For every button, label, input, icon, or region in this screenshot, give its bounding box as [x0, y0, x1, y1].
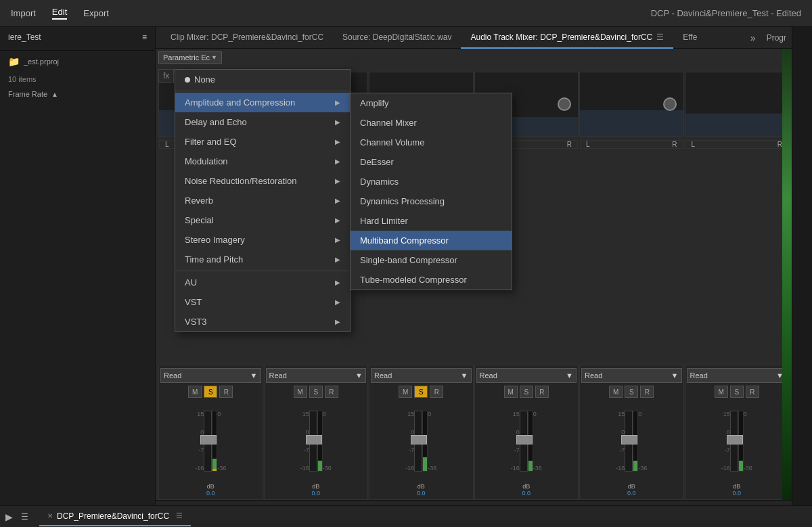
channel-zero-2: 0.0: [311, 490, 320, 497]
sidebar-title: iere_Test ≡: [8, 32, 147, 42]
fader-track-4[interactable]: [520, 411, 528, 472]
s-btn-3[interactable]: S: [414, 386, 428, 398]
s-btn-5[interactable]: S: [625, 386, 638, 398]
tab-prog[interactable]: Progr: [767, 33, 786, 43]
read-dropdown-3[interactable]: Read ▼: [371, 368, 472, 383]
fader-track-6[interactable]: [730, 411, 738, 472]
channel-strip-2: Read ▼ M S R 15 0 -7 -16: [264, 365, 369, 500]
fader-handle-3[interactable]: [411, 435, 427, 444]
s-btn-6[interactable]: S: [730, 386, 744, 398]
submenu-dynamics-processing[interactable]: Dynamics Processing: [351, 191, 512, 211]
sidebar-panel: iere_Test ≡: [0, 27, 155, 51]
m-btn-3[interactable]: M: [399, 386, 412, 398]
menu-import[interactable]: Import: [11, 8, 36, 18]
submenu-amplify[interactable]: Amplify: [351, 93, 512, 113]
zero-ch6: [685, 154, 790, 161]
read-dropdown-arrow-5: ▼: [671, 371, 679, 380]
bottom-tab-main[interactable]: ✕ DCP_Premiere&Davinci_forCC ☰: [39, 507, 191, 526]
submenu-deesser[interactable]: DeEsser: [351, 152, 512, 172]
read-dropdown-6[interactable]: Read ▼: [687, 368, 788, 383]
read-dropdown-4[interactable]: Read ▼: [476, 368, 577, 383]
m-btn-5[interactable]: M: [609, 386, 623, 398]
b-btn-5[interactable]: R: [640, 386, 654, 398]
fader-handle-4[interactable]: [516, 435, 533, 444]
tab-effects[interactable]: Effe: [673, 27, 706, 49]
dropdown-delay-echo[interactable]: Delay and Echo ▶: [175, 112, 350, 132]
zero-ch5: [579, 154, 684, 161]
fader-track-2[interactable]: [309, 411, 317, 472]
read-dropdown-2[interactable]: Read ▼: [266, 368, 367, 383]
dropdown-vst3[interactable]: VST3 ▶: [175, 312, 350, 331]
dropdown-none[interactable]: None: [175, 70, 350, 89]
dropdown-vst[interactable]: VST ▶: [175, 292, 350, 312]
fader-handle-6[interactable]: [727, 435, 743, 444]
app-title: DCP - Davinci&Premiere_Test - Edited: [651, 8, 801, 18]
channel-strip-5: Read ▼ M S R 15 0 -7 -16: [579, 365, 684, 500]
none-bullet: [185, 77, 190, 83]
parametric-eq-label[interactable]: Parametric Ec ▼: [158, 51, 222, 64]
wf-knob-5[interactable]: [663, 97, 677, 111]
dropdown-noise[interactable]: Noise Reduction/Restoration ▶: [175, 171, 350, 191]
dropdown-modulation[interactable]: Modulation ▶: [175, 152, 350, 171]
fader-area-4: 15 0 -7 -16 0 -36: [476, 400, 577, 482]
fader-handle-2[interactable]: [306, 435, 322, 444]
fader-area-2: 15 0 -7 -16 0 -36: [266, 400, 367, 482]
read-dropdown-1[interactable]: Read ▼: [160, 368, 261, 383]
fader-handle-1[interactable]: [200, 435, 217, 444]
dropdown-au[interactable]: AU ▶: [175, 273, 350, 292]
msb-buttons-1: M S R: [188, 386, 233, 398]
tab-source[interactable]: Source: DeepDigitalStatic.wav: [333, 27, 461, 49]
s-btn-2[interactable]: S: [309, 386, 323, 398]
scale-right-4: 0 -36: [533, 411, 545, 472]
bottom-tab-label: DCP_Premiere&Davinci_forCC: [57, 511, 169, 521]
submenu-hard-limiter[interactable]: Hard Limiter: [351, 211, 512, 231]
tab-expand-icon[interactable]: »: [745, 32, 761, 43]
bottom-tab-settings[interactable]: ☰: [176, 511, 183, 520]
wf-knob-4[interactable]: [558, 97, 571, 111]
fader-track-3[interactable]: [414, 411, 422, 472]
b-btn-2[interactable]: R: [325, 386, 338, 398]
dropdown-special[interactable]: Special ▶: [175, 210, 350, 230]
meter-fill-4: [528, 461, 533, 471]
sidebar-menu-icon[interactable]: ≡: [142, 32, 147, 42]
submenu-channel-mixer[interactable]: Channel Mixer: [351, 113, 512, 133]
msb-buttons-4: M S R: [504, 386, 549, 398]
b-btn-4[interactable]: R: [535, 386, 549, 398]
s-btn-1[interactable]: S: [204, 386, 217, 398]
media-btn-bottom[interactable]: ☰: [21, 512, 28, 522]
menu-edit[interactable]: Edit: [52, 7, 67, 20]
m-btn-6[interactable]: M: [715, 386, 728, 398]
submenu-single-band-compressor[interactable]: Single-band Compressor: [351, 250, 512, 270]
dropdown-filter-eq[interactable]: Filter and EQ ▶: [175, 132, 350, 152]
s-btn-4[interactable]: S: [520, 386, 533, 398]
tab-settings-icon[interactable]: ☰: [656, 32, 664, 42]
submenu-multiband-compressor[interactable]: Multiband Compressor: [351, 231, 512, 250]
fader-handle-5[interactable]: [621, 435, 637, 444]
submenu-tube-modeled-compressor[interactable]: Tube-modeled Compressor: [351, 270, 512, 290]
b-btn-3[interactable]: R: [430, 386, 443, 398]
submenu-dynamics[interactable]: Dynamics: [351, 172, 512, 191]
m-btn-4[interactable]: M: [504, 386, 518, 398]
db-label-4: dB: [522, 483, 530, 490]
db-label-1: dB: [207, 483, 215, 490]
tab-audio-track-mixer[interactable]: Audio Track Mixer: DCP_Premiere&Davinci_…: [461, 27, 673, 49]
tab-clip-mixer[interactable]: Clip Mixer: DCP_Premiere&Davinci_forCC: [161, 27, 333, 49]
param-eq-dropdown-arrow[interactable]: ▼: [211, 54, 217, 61]
bottom-tab-close[interactable]: ✕: [47, 512, 53, 520]
b-btn-6[interactable]: R: [746, 386, 759, 398]
dropdown-amplitude[interactable]: Amplitude and Compression ▶ Amplify Chan…: [175, 93, 350, 112]
b-btn-1[interactable]: R: [219, 386, 233, 398]
dropdown-time-pitch[interactable]: Time and Pitch ▶: [175, 250, 350, 269]
submenu-channel-volume[interactable]: Channel Volume: [351, 133, 512, 152]
read-dropdown-5[interactable]: Read ▼: [581, 368, 682, 383]
dropdown-reverb[interactable]: Reverb ▶: [175, 191, 350, 210]
menu-export[interactable]: Export: [83, 8, 109, 18]
frame-rate-arrow[interactable]: ▲: [51, 91, 58, 98]
fader-track-5[interactable]: [625, 411, 633, 472]
play-btn-bottom[interactable]: ▶: [5, 511, 13, 522]
fader-track-1[interactable]: [204, 411, 212, 472]
m-btn-2[interactable]: M: [294, 386, 307, 398]
frame-rate-row: Frame Rate ▲: [0, 86, 155, 102]
m-btn-1[interactable]: M: [188, 386, 202, 398]
dropdown-stereo[interactable]: Stereo Imagery ▶: [175, 230, 350, 250]
